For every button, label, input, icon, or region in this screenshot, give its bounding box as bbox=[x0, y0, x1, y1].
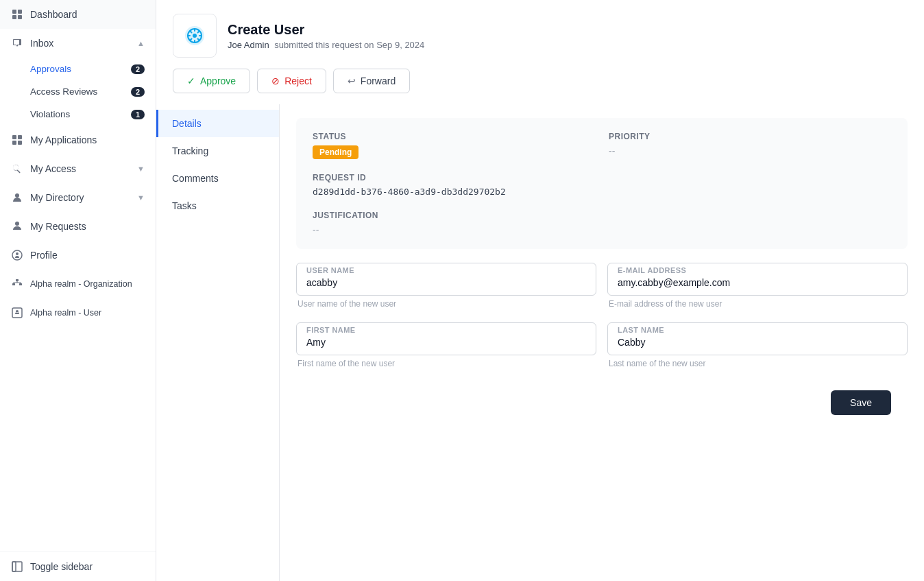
my-access-chevron-icon: ▼ bbox=[137, 165, 145, 173]
save-button[interactable]: Save bbox=[831, 390, 891, 415]
content-area: Details Tracking Comments Tasks Status P… bbox=[156, 104, 924, 581]
approve-icon: ✓ bbox=[187, 75, 195, 86]
sidebar-item-alpha-org[interactable]: Alpha realm - Organization bbox=[0, 270, 156, 298]
username-hint: User name of the new user bbox=[296, 299, 596, 309]
save-bar: Save bbox=[296, 382, 908, 429]
sidebar-item-violations-label: Violations bbox=[30, 109, 70, 119]
tab-comments[interactable]: Comments bbox=[156, 165, 279, 192]
sidebar-item-profile[interactable]: Profile bbox=[0, 241, 156, 270]
justification-label: Justification bbox=[313, 211, 891, 220]
email-field: E-mail address amy.cabby@example.com E-m… bbox=[607, 263, 908, 309]
my-directory-icon bbox=[11, 191, 23, 204]
sidebar-item-my-applications-label: My Applications bbox=[30, 134, 97, 145]
forward-button[interactable]: ↩ Forward bbox=[333, 69, 410, 93]
request-id-value: d289d1dd-b376-4860-a3d9-db3dd29702b2 bbox=[313, 187, 891, 197]
firstname-hint: First name of the new user bbox=[296, 359, 596, 368]
profile-icon bbox=[11, 249, 23, 261]
status-label: Status bbox=[313, 132, 595, 141]
reject-button[interactable]: ⊘ Reject bbox=[257, 69, 326, 93]
svg-rect-10 bbox=[12, 283, 15, 285]
tab-comments-label: Comments bbox=[172, 173, 219, 184]
svg-rect-0 bbox=[12, 10, 16, 14]
request-header: Create User Joe Admin submitted this req… bbox=[156, 0, 924, 69]
access-reviews-badge: 2 bbox=[131, 87, 145, 97]
sidebar-item-dashboard[interactable]: Dashboard bbox=[0, 0, 156, 29]
sidebar-item-my-access-label: My Access bbox=[30, 163, 76, 174]
sidebar-item-approvals-label: Approvals bbox=[30, 64, 71, 74]
status-badge: Pending bbox=[313, 145, 358, 159]
request-icon-box bbox=[173, 14, 217, 58]
approvals-badge: 2 bbox=[131, 64, 145, 74]
my-access-icon bbox=[11, 163, 23, 175]
sidebar-item-alpha-user[interactable]: Alpha realm - User bbox=[0, 298, 156, 327]
request-id-field: Request ID d289d1dd-b376-4860-a3d9-db3dd… bbox=[313, 173, 891, 197]
toggle-sidebar-icon bbox=[11, 560, 23, 573]
sidebar-toggle-label: Toggle sidebar bbox=[30, 561, 93, 572]
sidebar-item-inbox[interactable]: Inbox ▲ bbox=[0, 29, 156, 58]
tab-details[interactable]: Details bbox=[156, 110, 279, 137]
request-subtitle-suffix: submitted this request on Sep 9, 2024 bbox=[274, 40, 424, 50]
request-title: Create User bbox=[228, 22, 424, 38]
tab-tracking[interactable]: Tracking bbox=[156, 137, 279, 165]
sidebar-item-access-reviews[interactable]: Access Reviews 2 bbox=[0, 80, 156, 103]
inbox-icon bbox=[11, 37, 23, 49]
justification-value: -- bbox=[313, 224, 891, 235]
svg-rect-2 bbox=[12, 15, 16, 19]
username-input-wrapper: User Name acabby bbox=[296, 263, 596, 296]
my-requests-icon bbox=[11, 220, 23, 233]
lastname-hint: Last name of the new user bbox=[607, 359, 908, 368]
request-title-section: Create User Joe Admin submitted this req… bbox=[228, 22, 424, 50]
my-directory-chevron-icon: ▼ bbox=[137, 193, 145, 202]
priority-field: Priority -- bbox=[609, 132, 891, 159]
alpha-org-icon bbox=[11, 278, 23, 290]
sidebar-item-my-directory[interactable]: My Directory ▼ bbox=[0, 183, 156, 212]
firstname-input-value: Amy bbox=[297, 333, 596, 355]
sidebar-toggle[interactable]: Toggle sidebar bbox=[0, 552, 156, 581]
priority-label: Priority bbox=[609, 132, 891, 141]
reject-icon: ⊘ bbox=[271, 75, 280, 86]
svg-rect-6 bbox=[12, 141, 16, 145]
form-grid: User Name acabby User name of the new us… bbox=[296, 263, 908, 382]
svg-rect-7 bbox=[18, 141, 22, 145]
svg-point-17 bbox=[193, 34, 197, 38]
violations-badge: 1 bbox=[131, 110, 145, 119]
sidebar-item-my-applications[interactable]: My Applications bbox=[0, 126, 156, 154]
inbox-chevron-icon: ▲ bbox=[137, 39, 145, 47]
firstname-field: First Name Amy First name of the new use… bbox=[296, 322, 596, 368]
lastname-input-wrapper: Last Name Cabby bbox=[607, 322, 908, 355]
alpha-user-icon bbox=[11, 307, 23, 319]
svg-rect-11 bbox=[19, 283, 22, 285]
sidebar-item-violations[interactable]: Violations 1 bbox=[0, 103, 156, 126]
svg-rect-4 bbox=[12, 135, 16, 139]
action-bar: ✓ Approve ⊘ Reject ↩ Forward bbox=[156, 69, 924, 104]
my-applications-icon bbox=[11, 134, 23, 146]
email-input-value: amy.cabby@example.com bbox=[608, 273, 907, 295]
sidebar-item-my-requests[interactable]: My Requests bbox=[0, 212, 156, 241]
status-badge-wrapper: Pending bbox=[313, 145, 595, 159]
tab-details-label: Details bbox=[172, 118, 202, 129]
reject-label: Reject bbox=[284, 75, 312, 86]
forward-label: Forward bbox=[361, 75, 396, 86]
sidebar-item-dashboard-label: Dashboard bbox=[30, 9, 77, 20]
sidebar: Dashboard Inbox ▲ Approvals 2 Access Rev… bbox=[0, 0, 156, 581]
tab-tracking-label: Tracking bbox=[172, 145, 208, 156]
request-id-label: Request ID bbox=[313, 173, 891, 182]
sidebar-item-profile-label: Profile bbox=[30, 250, 58, 261]
sidebar-item-alpha-org-label: Alpha realm - Organization bbox=[30, 279, 132, 289]
firstname-input-wrapper: First Name Amy bbox=[296, 322, 596, 355]
approve-button[interactable]: ✓ Approve bbox=[173, 69, 250, 93]
left-tabs: Details Tracking Comments Tasks bbox=[156, 104, 280, 581]
details-panel: Status Pending Priority -- Request ID d2… bbox=[280, 104, 924, 581]
dashboard-icon bbox=[11, 8, 23, 21]
sidebar-item-access-reviews-label: Access Reviews bbox=[30, 86, 97, 97]
svg-rect-9 bbox=[16, 279, 19, 281]
sidebar-item-my-access[interactable]: My Access ▼ bbox=[0, 154, 156, 183]
forward-icon: ↩ bbox=[348, 75, 356, 86]
sidebar-item-alpha-user-label: Alpha realm - User bbox=[30, 308, 101, 318]
username-field: User Name acabby User name of the new us… bbox=[296, 263, 596, 309]
tab-tasks[interactable]: Tasks bbox=[156, 192, 279, 220]
priority-value: -- bbox=[609, 145, 891, 156]
lastname-field: Last Name Cabby Last name of the new use… bbox=[607, 322, 908, 368]
sidebar-item-approvals[interactable]: Approvals 2 bbox=[0, 58, 156, 80]
status-box: Status Pending Priority -- Request ID d2… bbox=[296, 118, 908, 249]
